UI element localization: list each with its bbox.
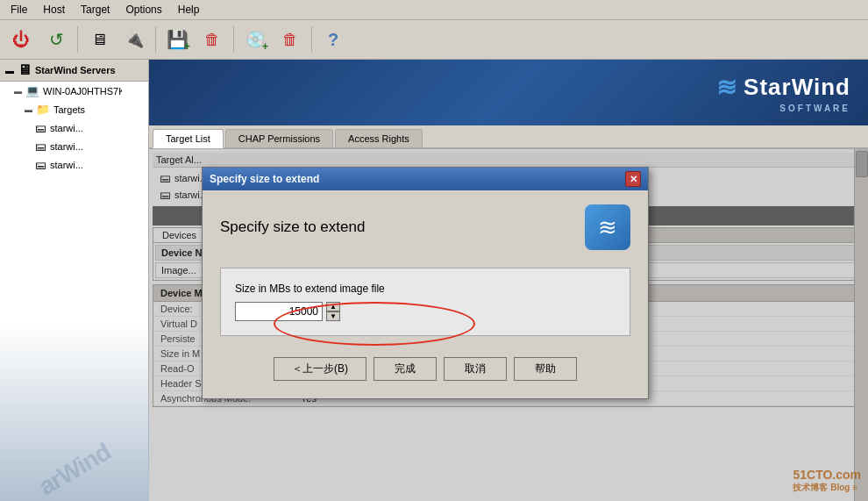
tab-chap-permissions[interactable]: CHAP Permissions: [225, 129, 333, 147]
modal-titlebar: Specify size to extend ✕: [203, 168, 648, 190]
size-input-section: Size in MBs to extend image file ▲ ▼: [220, 268, 630, 336]
menu-file[interactable]: File: [4, 2, 34, 18]
hdd-icon-3: 🖴: [35, 158, 46, 171]
menu-target[interactable]: Target: [74, 2, 117, 18]
tree-header: ▬ 🖥 StarWind Servers: [0, 60, 148, 82]
server-label: WIN-0AJ0HTHS7K0: [43, 86, 122, 97]
sw-software-label: SOFTWARE: [779, 104, 850, 113]
minus-icon: ▬: [5, 66, 14, 75]
target-3-label: starwi...: [50, 160, 83, 170]
sw-logo: ≋ StarWind SOFTWARE: [716, 73, 850, 113]
content-below-header: Target List CHAP Permissions Access Righ…: [149, 125, 868, 501]
left-panel-bg: arWind: [0, 326, 149, 501]
right-content: ≋ StarWind SOFTWARE Target List CHAP Per…: [149, 60, 868, 501]
modal-overlay: Specify size to extend ✕ Specify size to…: [149, 149, 868, 501]
targets-label: Targets: [53, 104, 85, 115]
power-button[interactable]: ⏻: [5, 24, 37, 55]
menu-help[interactable]: Help: [171, 2, 207, 18]
delete-target-button[interactable]: 🗑: [196, 24, 228, 55]
tree-item-target-2[interactable]: 🖴 starwi...: [0, 137, 148, 155]
toolbar-separator-4: [311, 26, 312, 53]
size-input-row: ▲ ▼: [235, 302, 615, 321]
targets-folder-icon: 📁: [36, 103, 50, 116]
add-target-button[interactable]: 💾 +: [161, 24, 193, 55]
network-button[interactable]: 🔌: [118, 24, 150, 55]
tabs-bar: Target List CHAP Permissions Access Righ…: [149, 125, 868, 149]
hdd-icon-1: 🖴: [35, 121, 46, 134]
menu-options[interactable]: Options: [118, 2, 168, 18]
size-input-field[interactable]: [235, 302, 323, 321]
close-icon: ✕: [630, 174, 637, 185]
modal-close-button[interactable]: ✕: [625, 171, 641, 187]
size-label: Size in MBs to extend image file: [235, 283, 615, 295]
tab-target-list[interactable]: Target List: [153, 129, 224, 148]
modal-dialog: Specify size to extend ✕ Specify size to…: [202, 167, 649, 399]
target-2-label: starwi...: [50, 141, 83, 152]
refresh-button[interactable]: ↺: [40, 24, 72, 55]
menu-host[interactable]: Host: [36, 2, 72, 18]
expand-server-icon: ▬: [14, 87, 22, 96]
cancel-button[interactable]: 取消: [444, 357, 507, 381]
spin-buttons: ▲ ▼: [326, 302, 340, 321]
tree-header-label: StarWind Servers: [35, 65, 116, 75]
help-button[interactable]: ?: [317, 24, 349, 55]
modal-title-text: Specify size to extend: [210, 173, 319, 185]
toolbar-separator-3: [233, 26, 234, 53]
server-button[interactable]: 🖥: [83, 24, 115, 55]
back-button[interactable]: ＜上一步(B): [274, 357, 366, 381]
modal-heading-label: Specify size to extend: [220, 218, 365, 236]
expand-targets-icon: ▬: [25, 105, 32, 114]
sw-wave-icon: ≋: [716, 73, 736, 102]
menubar: File Host Target Options Help: [0, 0, 868, 20]
wave-symbol: ≋: [598, 214, 617, 241]
modal-buttons-row: ＜上一步(B) 完成 取消 帮助: [220, 350, 630, 384]
left-panel: ▬ 🖥 StarWind Servers ▬ 💻 WIN-0AJ0HTHS7K0…: [0, 60, 149, 501]
tree-item-target-3[interactable]: 🖴 starwi...: [0, 155, 148, 174]
tree-item-targets[interactable]: ▬ 📁 Targets: [0, 100, 148, 118]
finish-button[interactable]: 完成: [374, 357, 437, 381]
tree-item-target-1[interactable]: 🖴 starwi...: [0, 118, 148, 137]
help-modal-button[interactable]: 帮助: [514, 357, 577, 381]
target-1-label: starwi...: [50, 123, 83, 133]
main-layout: ▬ 🖥 StarWind Servers ▬ 💻 WIN-0AJ0HTHS7K0…: [0, 60, 868, 501]
left-bg-text: arWind: [34, 438, 116, 501]
hdd-icon-2: 🖴: [35, 140, 46, 153]
tab-access-rights[interactable]: Access Rights: [335, 129, 423, 147]
tree-item-server[interactable]: ▬ 💻 WIN-0AJ0HTHS7K0: [0, 82, 148, 100]
spin-up-button[interactable]: ▲: [326, 302, 340, 311]
sw-brand-name: StarWind: [743, 74, 850, 101]
main-content-area: Target Al... 🖴 starwi... 🖴 starwi...: [149, 149, 868, 501]
delete-device-button[interactable]: 🗑: [274, 24, 306, 55]
modal-wave-icon: ≋: [585, 204, 630, 250]
sw-logo-top: ≋ StarWind: [716, 73, 850, 102]
modal-content: Specify size to extend ≋ Size in MBs to …: [203, 190, 648, 398]
server-icon: 💻: [25, 84, 39, 97]
toolbar: ⏻ ↺ 🖥 🔌 💾 + 🗑 💿 + 🗑 ?: [0, 20, 868, 60]
toolbar-separator-1: [77, 26, 78, 53]
spin-down-button[interactable]: ▼: [326, 311, 340, 321]
toolbar-separator-2: [155, 26, 156, 53]
sw-header: ≋ StarWind SOFTWARE: [149, 60, 868, 125]
modal-header-section: Specify size to extend ≋: [220, 204, 630, 250]
add-device-button[interactable]: 💿 +: [239, 24, 271, 55]
